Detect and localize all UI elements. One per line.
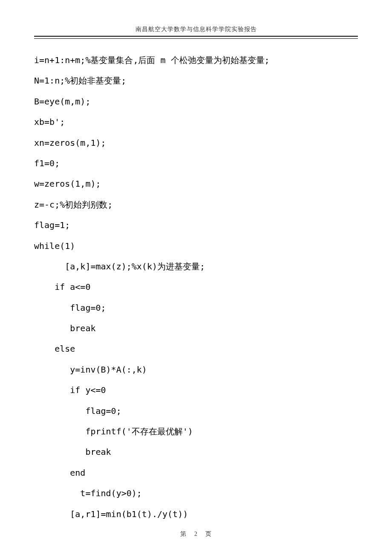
page-container: 南昌航空大学数学与信息科学学院实验报告 i=n+1:n+m;%基变量集合,后面 …	[0, 0, 392, 555]
code-line: t=find(y>0);	[34, 488, 142, 498]
code-line: i=n+1:n+m;%基变量集合,后面 m 个松弛变量为初始基变量;	[34, 55, 270, 65]
code-line: if a<=0	[34, 282, 90, 292]
code-line: w=zeros(1,m);	[34, 179, 101, 189]
code-line: fprintf('不存在最优解')	[34, 426, 193, 436]
footer-right: 页	[205, 531, 212, 537]
code-line: y=inv(B)*A(:,k)	[34, 364, 147, 375]
code-line: [a,k]=max(z);%x(k)为进基变量;	[34, 261, 205, 272]
code-line: flag=1;	[34, 220, 70, 230]
page-header: 南昌航空大学数学与信息科学学院实验报告	[34, 26, 358, 37]
code-line: z=-c;%初始判别数;	[34, 199, 112, 210]
code-line: if y<=0	[34, 385, 106, 395]
code-line: else	[34, 344, 75, 354]
code-line: xn=zeros(m,1);	[34, 138, 106, 148]
code-body: i=n+1:n+m;%基变量集合,后面 m 个松弛变量为初始基变量; N=1:n…	[34, 50, 358, 524]
code-line: xb=b';	[34, 117, 65, 127]
code-line: B=eye(m,m);	[34, 96, 90, 107]
code-line: break	[34, 447, 111, 457]
code-line: N=1:n;%初始非基变量;	[34, 75, 126, 86]
footer-page-number: 2	[194, 531, 198, 537]
code-line: while(1)	[34, 241, 75, 251]
code-line: end	[34, 468, 85, 478]
page-footer: 第 2 页	[0, 530, 392, 538]
header-title: 南昌航空大学数学与信息科学学院实验报告	[135, 26, 257, 32]
header-underline	[34, 38, 358, 39]
footer-left: 第	[180, 531, 187, 537]
code-line: flag=0;	[34, 406, 121, 416]
code-line: f1=0;	[34, 158, 60, 168]
code-line: break	[34, 323, 96, 333]
code-line: [a,r1]=min(b1(t)./y(t))	[34, 509, 188, 519]
code-line: flag=0;	[34, 303, 106, 313]
